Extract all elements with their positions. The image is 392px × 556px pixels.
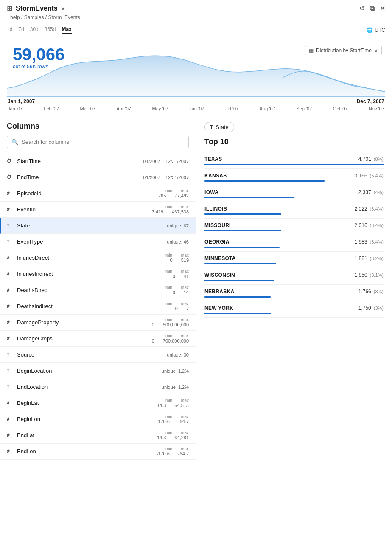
column-row-beginlocation[interactable]: T BeginLocation unique: 1.2% bbox=[0, 363, 196, 379]
column-row-eventid[interactable]: # EventId min max 3,419 467,538 bbox=[0, 202, 196, 218]
hash-icon: # bbox=[7, 336, 15, 341]
col-name: InjuriesIndirect bbox=[17, 271, 165, 277]
column-row-beginlat[interactable]: # BeginLat min max -14.3 64,513 bbox=[0, 395, 196, 411]
column-row-starttime[interactable]: ⏱ StartTime 1/1/2007 – 12/31/2007 bbox=[0, 153, 196, 169]
search-input[interactable] bbox=[22, 139, 184, 145]
col-meta-minmax: min max 765 77,492 bbox=[158, 188, 189, 198]
column-row-injuriesindirect[interactable]: # InjuriesIndirect min max 0 41 bbox=[0, 266, 196, 282]
axis-label-jan: Jan '07 bbox=[8, 106, 22, 111]
hash-icon: # bbox=[7, 449, 15, 454]
column-row-endlon[interactable]: # EndLon min max -170.6 -64.7 bbox=[0, 444, 196, 460]
col-name: DamageProperty bbox=[17, 319, 152, 326]
axis-label-jul: Jul '07 bbox=[225, 106, 238, 111]
col-meta-minmax: min max -14.3 64,513 bbox=[155, 398, 189, 408]
time-opt-365d[interactable]: 365d bbox=[45, 26, 56, 34]
col-name: EventType bbox=[17, 239, 167, 245]
column-row-deathsdirect[interactable]: # DeathsDirect min max 0 14 bbox=[0, 282, 196, 298]
axis-label-jun: Jun '07 bbox=[189, 106, 204, 111]
state-item-wisconsin[interactable]: WISCONSIN 1,850(3.1%) bbox=[204, 268, 384, 285]
col-meta: unique: 1.2% bbox=[162, 368, 189, 373]
refresh-icon[interactable]: ↺ bbox=[359, 4, 365, 12]
col-name: BeginLat bbox=[17, 400, 155, 406]
column-row-episodeid[interactable]: # EpisodeId min max 765 77,492 bbox=[0, 185, 196, 202]
state-item-nebraska[interactable]: NEBRASKA 1,766(3%) bbox=[204, 285, 384, 301]
text-type-icon: T bbox=[7, 223, 15, 228]
hash-icon: # bbox=[7, 271, 15, 277]
chevron-down-icon[interactable]: ∨ bbox=[61, 6, 65, 11]
column-row-damagecrops[interactable]: # DamageCrops min max 0 700,000,000 bbox=[0, 331, 196, 347]
column-row-eventtype[interactable]: T EventType unique: 46 bbox=[0, 234, 196, 250]
column-row-endlocation[interactable]: T EndLocation unique: 1.2% bbox=[0, 379, 196, 395]
chart-stats: 59,066 out of 59K rows bbox=[13, 46, 64, 70]
expand-icon[interactable]: ⧉ bbox=[370, 5, 375, 12]
breadcrumb: help / Samples / Storm_Events bbox=[0, 14, 392, 23]
state-bar bbox=[204, 230, 281, 231]
col-name: EndLocation bbox=[17, 384, 162, 390]
hash-icon: # bbox=[7, 287, 15, 293]
time-opt-max[interactable]: Max bbox=[62, 26, 71, 34]
column-row-injuriesdirect[interactable]: # InjuriesDirect min max 0 519 bbox=[0, 250, 196, 266]
state-tag[interactable]: T State bbox=[204, 122, 234, 132]
state-item-missouri[interactable]: MISSOURI 2,016(3.4%) bbox=[204, 219, 384, 235]
time-opt-7d[interactable]: 7d bbox=[18, 26, 24, 34]
close-icon[interactable]: ✕ bbox=[380, 4, 385, 12]
hash-icon: # bbox=[7, 255, 15, 261]
column-row-beginlon[interactable]: # BeginLon min max -170.6 -64.7 bbox=[0, 411, 196, 427]
col-name: DamageCrops bbox=[17, 335, 152, 342]
state-item-iowa[interactable]: IOWA 2,337(4%) bbox=[204, 185, 384, 202]
col-meta: 1/1/2007 – 12/31/2007 bbox=[142, 175, 189, 180]
state-item-texas[interactable]: TEXAS 4,701(8%) bbox=[204, 152, 384, 169]
app-header: ⊞ StormEvents ∨ ↺ ⧉ ✕ bbox=[0, 0, 392, 14]
header-actions: ↺ ⧉ ✕ bbox=[359, 4, 385, 12]
state-item-kansas[interactable]: KANSAS 3,166(5.4%) bbox=[204, 169, 384, 185]
hash-icon: # bbox=[7, 207, 15, 212]
col-meta-minmax: min max 0 14 bbox=[165, 285, 189, 295]
col-meta-minmax: min max 3,419 467,538 bbox=[152, 205, 189, 214]
state-item-illinois[interactable]: ILLINOIS 2,022(3.4%) bbox=[204, 202, 384, 219]
search-box[interactable]: 🔍 bbox=[7, 136, 189, 148]
date-start: Jan 1, 2007 bbox=[8, 98, 35, 104]
clock-icon: ⏱ bbox=[7, 158, 15, 164]
column-row-endlat[interactable]: # EndLat min max -14.3 64,281 bbox=[0, 427, 196, 444]
time-filter-bar: 1d 7d 30d 365d Max 🌐 UTC bbox=[0, 23, 392, 37]
column-row-state[interactable]: T State unique: 67 bbox=[0, 218, 196, 234]
col-name: InjuriesDirect bbox=[17, 255, 165, 261]
state-item-newyork[interactable]: NEW YORK 1,750(3%) bbox=[204, 301, 384, 318]
state-bar bbox=[204, 247, 280, 248]
col-name: StartTime bbox=[17, 158, 142, 164]
axis-label-may: May '07 bbox=[152, 106, 168, 111]
col-meta: unique: 46 bbox=[167, 239, 189, 244]
axis-label-aug: Aug '07 bbox=[260, 106, 275, 111]
state-item-georgia[interactable]: GEORGIA 1,983(3.4%) bbox=[204, 235, 384, 252]
top10-title: Top 10 bbox=[204, 138, 384, 146]
axis-labels: Jan '07 Feb '07 Mar '07 Apr '07 May '07 … bbox=[7, 105, 385, 115]
hash-icon: # bbox=[7, 320, 15, 325]
time-options: 1d 7d 30d 365d Max bbox=[7, 26, 72, 34]
column-row-source[interactable]: T Source unique: 30 bbox=[0, 347, 196, 363]
time-opt-1d[interactable]: 1d bbox=[7, 26, 12, 34]
clock-icon: ⏱ bbox=[7, 174, 15, 180]
text-type-icon: T bbox=[7, 384, 15, 390]
chart-area: 59,066 out of 59K rows ▦ Distribution by… bbox=[0, 42, 392, 115]
app-title[interactable]: StormEvents bbox=[16, 5, 58, 12]
col-meta-minmax: min max 0 500,000,000 bbox=[152, 317, 189, 327]
col-meta: 1/1/2007 – 12/31/2007 bbox=[142, 159, 189, 164]
col-name: State bbox=[17, 222, 167, 229]
column-row-endtime[interactable]: ⏱ EndTime 1/1/2007 – 12/31/2007 bbox=[0, 169, 196, 185]
state-panel: T State Top 10 TEXAS 4,701(8%) KANSAS 3,… bbox=[196, 115, 392, 514]
col-meta-minmax: min max 0 519 bbox=[165, 253, 189, 263]
state-bar bbox=[204, 213, 281, 215]
column-row-deathsindirect[interactable]: # DeathsIndirect min max 0 7 bbox=[0, 298, 196, 315]
column-row-damageproperty[interactable]: # DamageProperty min max 0 500,000,000 bbox=[0, 315, 196, 331]
col-meta-minmax: min max -170.6 -64.7 bbox=[157, 414, 189, 424]
state-tag-label: State bbox=[216, 124, 228, 130]
col-name: EventId bbox=[17, 206, 152, 213]
text-type-icon: T bbox=[7, 239, 15, 244]
col-meta: unique: 1.2% bbox=[162, 385, 189, 390]
date-range: Jan 1, 2007 Dec 7, 2007 bbox=[7, 97, 385, 105]
state-item-minnesota[interactable]: MINNESOTA 1,881(3.2%) bbox=[204, 252, 384, 268]
time-opt-30d[interactable]: 30d bbox=[30, 26, 39, 34]
columns-title: Columns bbox=[0, 122, 196, 136]
utc-toggle[interactable]: 🌐 UTC bbox=[367, 27, 385, 33]
state-bar bbox=[204, 296, 271, 298]
